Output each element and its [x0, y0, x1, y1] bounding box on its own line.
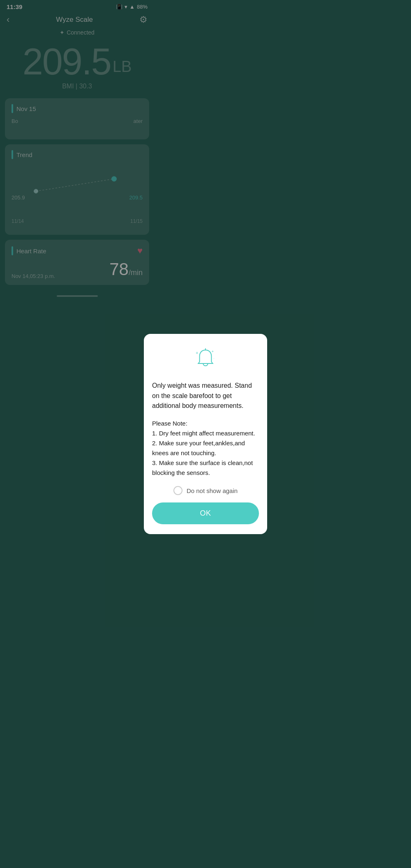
modal-overlay: + + · · Only weight was measured. Stand … — [0, 0, 154, 334]
